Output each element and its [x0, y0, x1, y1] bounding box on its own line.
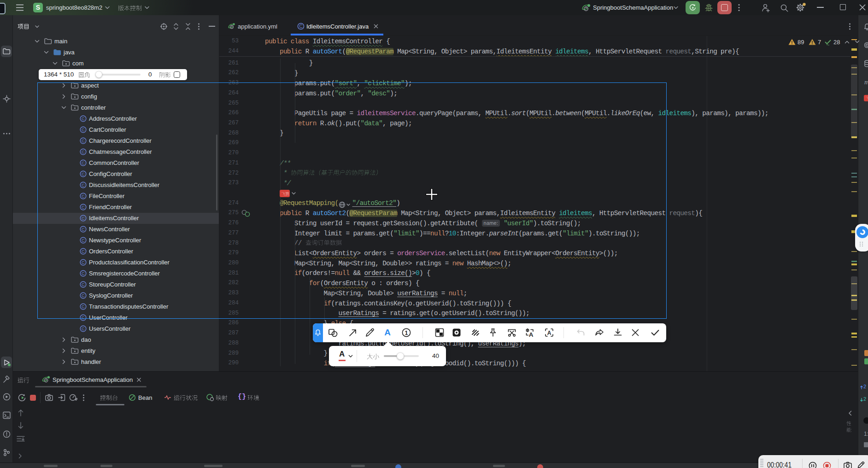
svg-text:C: C: [299, 24, 302, 29]
svg-text:A: A: [529, 331, 534, 338]
svg-text:1: 1: [405, 330, 408, 336]
svg-text:A: A: [384, 328, 391, 337]
svg-text:C: C: [82, 326, 85, 331]
svg-text:A: A: [547, 330, 551, 336]
